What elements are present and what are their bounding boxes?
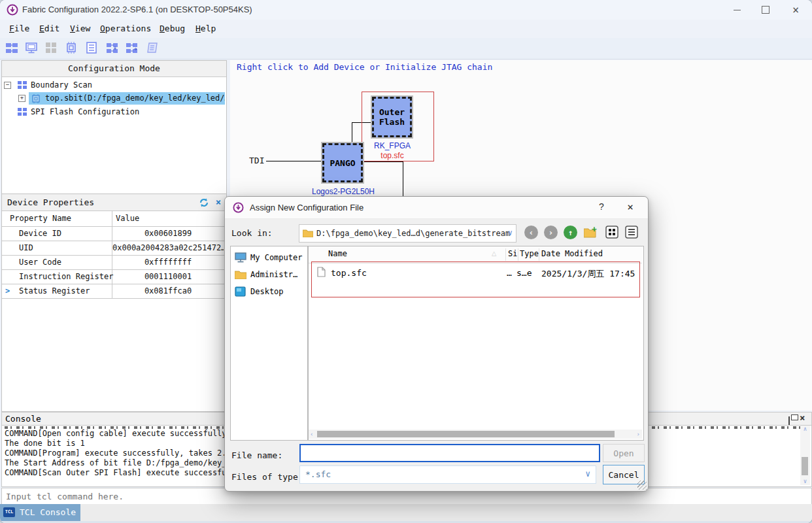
expand-expander-icon[interactable]: + [18,95,25,102]
close-button[interactable]: × [783,0,809,20]
file-date-cell: 2025/1/3/周五 17:45 [541,268,635,280]
back-icon: ‹ [529,228,534,237]
hscroll-thumb[interactable] [317,431,615,437]
table-row[interactable]: UID 0x000a2004283a02c251472… [2,241,225,256]
scroll-down-icon[interactable]: ∨ [800,479,810,484]
toolbar-jtag-chain-button[interactable] [4,40,20,56]
refresh-button[interactable] [199,197,209,208]
dialog-close-button[interactable]: × [624,201,637,213]
tree-row-boundary-scan[interactable]: − Boundary Scan [2,79,225,92]
outer-flash-chip[interactable]: Outer Flash [372,97,412,137]
row-expand-icon[interactable]: > [5,286,10,295]
device-chip-icon [65,41,78,54]
administrator-folder-icon [235,270,246,279]
property-value: 0x081ffca0 [112,286,224,295]
device-properties-panel: Device Properties × Property Name Value … [1,194,227,412]
console-title: Console [5,414,41,424]
column-name[interactable]: Name [328,249,347,258]
console-close-button[interactable]: × [800,413,805,423]
app-logo-icon [7,4,18,16]
pango-chip[interactable]: PANGO [322,143,363,182]
collapse-expander-icon[interactable]: − [4,82,11,89]
files-of-type-combo[interactable]: *.sfc ∨ [299,465,596,484]
toolbar-device-grid-button[interactable] [43,40,59,56]
file-icon [317,267,326,277]
nav-up-button[interactable]: ↑ [564,226,577,239]
sort-indicator-icon: △ [492,248,496,258]
register-list-icon [85,41,98,54]
column-type[interactable]: Type [520,249,539,258]
column-date-modified[interactable]: Date Modified [541,249,603,258]
new-folder-button[interactable]: + [584,226,598,240]
boundary-scan-icon [18,81,27,89]
property-value: 0001110001 [112,272,224,281]
toolbar-chain-program-button[interactable] [124,40,140,56]
open-button[interactable]: Open [603,444,645,462]
column-separator [518,248,518,261]
scroll-left-icon[interactable]: ‹ [310,431,313,437]
tree-row-spi-flash[interactable]: SPI Flash Configuration [2,106,225,118]
menu-debug[interactable]: Debug [160,24,185,33]
look-in-path: D:\fpga_demo\key_led…d\generate_bitstrea… [316,229,510,238]
toolbar-cable-monitor-button[interactable] [24,40,39,56]
column-size[interactable]: Si [508,249,517,258]
window-title: Fabric Configuration 2022.2-SP6.1 (on DE… [22,5,252,14]
menu-file[interactable]: File [9,24,29,33]
toolbar-device-chip-button[interactable] [63,40,79,56]
table-row[interactable]: User Code 0xffffffff [2,255,225,270]
panel-close-button[interactable]: × [213,197,224,207]
table-row[interactable]: Instruction Register 0001110001 [2,269,225,284]
scroll-right-icon[interactable]: › [637,431,640,437]
plus-icon: + [592,224,597,234]
tree-label: top.sbit(D:/fpga_demo/key_led/key_led/… [45,93,225,103]
place-administrator[interactable]: Administr… [231,267,306,283]
detail-view-button[interactable] [625,226,639,240]
file-list-hscrollbar[interactable]: ‹ › [309,430,642,439]
scroll-up-icon[interactable]: ∧ [800,426,810,432]
file-list: Name △ Si Type Date Modified top.sfc … s… [308,246,644,441]
table-row[interactable]: Device ID 0x00601899 [2,226,225,241]
tree-row-top-sbit[interactable]: + top.sbit(D:/fpga_demo/key_led/key_led/… [2,92,225,105]
combo-chevron-icon[interactable]: ∨ [508,228,513,237]
spi-flash-icon [18,108,27,116]
tree-label: SPI Flash Configuration [31,107,139,116]
wire-pango-to-flash-v [352,122,352,143]
menu-operations[interactable]: Operations [100,24,151,33]
console-scrollbar[interactable]: ∧ ∨ [800,426,810,485]
dialog-title-bar: Assign New Configuration File ? × [225,197,648,219]
bottom-tab-bar [0,504,812,521]
operation-log-icon [146,41,159,54]
dialog-resize-grip[interactable] [637,481,647,490]
nav-forward-button[interactable]: › [544,226,558,239]
table-row[interactable]: > Status Register 0x081ffca0 [2,284,225,299]
menu-help[interactable]: Help [195,24,216,33]
place-my-computer[interactable]: My Computer [231,250,306,266]
pango-device-name: Logos2-PG2L50H [297,187,389,196]
icon-view-button[interactable] [605,226,620,240]
toolbar-chain-read-button[interactable] [105,40,120,56]
cable-monitor-icon [25,41,38,54]
close-icon: × [792,3,799,16]
column-value: Value [116,214,139,223]
toolbar-operation-log-button[interactable] [144,40,160,56]
dialog-help-button[interactable]: ? [595,201,608,212]
file-name-input[interactable] [299,444,600,462]
device-grid-icon [44,41,58,54]
title-bar: Fabric Configuration 2022.2-SP6.1 (on DE… [0,0,812,20]
type-combo-chevron-icon[interactable]: ∨ [585,469,590,479]
menu-edit[interactable]: Edit [39,24,59,33]
place-desktop[interactable]: Desktop [231,284,306,300]
property-name: Status Register [19,286,90,295]
look-in-combo[interactable]: D:\fpga_demo\key_led…d\generate_bitstrea… [299,224,516,243]
maximize-button[interactable] [753,0,779,20]
minimize-button[interactable] [724,0,750,20]
scroll-thumb[interactable] [802,457,808,475]
property-value: 0xffffffff [112,258,224,267]
menu-view[interactable]: View [70,24,90,33]
tcl-command-input[interactable] [5,490,792,503]
nav-back-button[interactable]: ‹ [524,226,538,239]
file-row-top-sfc[interactable]: top.sfc … s…e 2025/1/3/周五 17:45 [313,265,637,281]
wire-tdi [266,161,322,161]
toolbar-register-list-button[interactable] [84,40,99,56]
tab-tcl-console[interactable]: TCL TCL Console [0,504,80,521]
